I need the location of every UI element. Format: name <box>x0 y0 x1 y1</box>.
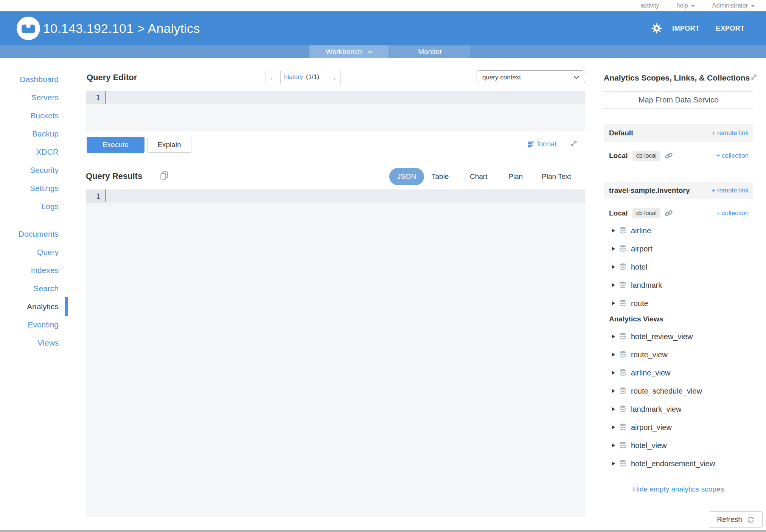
sidebar-item-views[interactable]: Views <box>0 334 59 352</box>
add-remote-link[interactable]: + remote link <box>712 187 749 194</box>
query-results-area: 1 <box>86 189 585 517</box>
format-button[interactable]: format <box>528 140 556 148</box>
query-editor-area[interactable]: 1 <box>86 91 585 131</box>
tab-monitor[interactable]: Monitor <box>390 45 470 58</box>
query-context-value: query context <box>482 74 521 81</box>
local-label: Local <box>609 209 628 217</box>
view-row-route-view[interactable]: route_view <box>604 346 753 364</box>
view-label: landmark_view <box>631 405 681 414</box>
sidebar-item-logs[interactable]: Logs <box>0 197 59 216</box>
sidebar-item-settings[interactable]: Settings <box>0 179 59 197</box>
view-row-hotel-endorsement-view[interactable]: hotel_endorsement_view <box>604 454 753 473</box>
sidebar-item-analytics[interactable]: Analytics <box>0 298 59 316</box>
query-context-select[interactable]: query context <box>477 70 585 84</box>
view-row-airport-view[interactable]: airport_view <box>604 418 753 436</box>
expander-triangle-icon[interactable] <box>612 425 615 429</box>
link-chip[interactable]: cb local <box>632 208 660 218</box>
tab-workbench[interactable]: Workbench <box>309 45 389 58</box>
help-menu[interactable]: help <box>677 2 695 9</box>
view-label: route_schedule_view <box>631 387 702 396</box>
expander-triangle-icon[interactable] <box>612 462 615 465</box>
sidebar-item-servers[interactable]: Servers <box>0 88 59 107</box>
database-icon <box>619 281 626 289</box>
export-button[interactable]: EXPORT <box>716 11 744 45</box>
expander-triangle-icon[interactable] <box>612 407 615 411</box>
view-row-hotel-review-view[interactable]: hotel_review_view <box>604 327 753 346</box>
app-header: 10.143.192.101 > Analytics IMPORT EXPORT <box>0 11 766 45</box>
collection-label: airport <box>631 245 653 253</box>
database-icon <box>619 460 626 467</box>
history-prev-button[interactable]: ← <box>266 70 281 85</box>
sidebar-item-indexes[interactable]: Indexes <box>0 261 59 279</box>
expand-panel-icon[interactable] <box>750 73 758 82</box>
chain-link-icon <box>664 151 673 160</box>
expander-triangle-icon[interactable] <box>612 371 615 375</box>
tab-chart[interactable]: Chart <box>470 168 487 185</box>
sidebar-item-documents[interactable]: Documents <box>0 225 59 243</box>
sidebar-item-buckets[interactable]: Buckets <box>0 107 59 125</box>
view-label: hotel_endorsement_view <box>631 459 715 468</box>
collection-row-airport[interactable]: airport <box>604 240 753 258</box>
view-label: hotel_review_view <box>631 332 693 341</box>
hide-empty-scopes-link[interactable]: Hide empty analytics scopes <box>604 485 753 493</box>
database-icon <box>619 227 626 234</box>
expander-triangle-icon[interactable] <box>612 335 615 338</box>
sidebar-item-eventing[interactable]: Eventing <box>0 316 59 334</box>
expander-triangle-icon[interactable] <box>612 247 615 251</box>
sidebar-item-security[interactable]: Security <box>0 161 59 179</box>
view-label: airline_view <box>631 369 671 377</box>
collection-row-landmark[interactable]: landmark <box>604 276 753 294</box>
add-remote-link[interactable]: + remote link <box>712 129 749 137</box>
sidebar-item-query[interactable]: Query <box>0 243 59 261</box>
analytics-views-header: Analytics Views <box>609 315 663 323</box>
workbench-label: Workbench <box>326 45 362 58</box>
sidebar: Dashboard Servers Buckets Backup XDCR Se… <box>0 70 59 352</box>
gear-icon[interactable] <box>651 23 662 35</box>
expand-editor-icon[interactable] <box>570 140 578 149</box>
view-row-route-schedule-view[interactable]: route_schedule_view <box>604 382 753 400</box>
expander-triangle-icon[interactable] <box>612 444 615 447</box>
map-from-data-service-button[interactable]: Map From Data Service <box>604 91 753 109</box>
sidebar-item-xdcr[interactable]: XDCR <box>0 143 59 161</box>
expander-triangle-icon[interactable] <box>612 229 615 233</box>
chevron-down-icon <box>573 76 580 79</box>
activity-link[interactable]: activity <box>641 2 659 9</box>
history-link[interactable]: history <box>284 73 303 81</box>
format-label: format <box>537 140 556 148</box>
expander-triangle-icon[interactable] <box>612 301 615 305</box>
sidebar-item-backup[interactable]: Backup <box>0 125 59 143</box>
expander-triangle-icon[interactable] <box>612 265 615 269</box>
explain-button[interactable]: Explain <box>147 137 191 153</box>
administrator-menu[interactable]: Administrator <box>712 2 755 9</box>
collection-row-route[interactable]: route <box>604 294 753 312</box>
query-results-active-line: 1 <box>86 189 585 203</box>
sidebar-item-dashboard[interactable]: Dashboard <box>0 70 59 88</box>
copy-results-icon[interactable] <box>159 170 169 182</box>
view-row-landmark-view[interactable]: landmark_view <box>604 400 753 418</box>
collection-row-hotel[interactable]: hotel <box>604 258 753 276</box>
database-icon <box>619 369 626 377</box>
add-collection-link[interactable]: + collection <box>716 152 749 160</box>
local-row-default: Local cb local + collection <box>604 148 753 163</box>
tab-table[interactable]: Table <box>432 168 449 185</box>
caret-down-icon <box>751 5 755 7</box>
page-title: 10.143.192.101 > Analytics <box>43 11 200 45</box>
collection-row-airline[interactable]: airline <box>604 222 753 240</box>
sidebar-item-search[interactable]: Search <box>0 279 59 298</box>
query-results-line-number: 1 <box>86 189 105 203</box>
import-button[interactable]: IMPORT <box>672 11 699 45</box>
expander-triangle-icon[interactable] <box>612 353 615 357</box>
add-collection-link[interactable]: + collection <box>716 209 749 217</box>
tab-plan[interactable]: Plan <box>508 168 523 185</box>
view-row-airline-view[interactable]: airline_view <box>604 364 753 382</box>
expander-triangle-icon[interactable] <box>612 389 615 393</box>
tab-json[interactable]: JSON <box>389 168 424 185</box>
execute-button[interactable]: Execute <box>87 137 144 153</box>
link-chip[interactable]: cb local <box>632 151 660 161</box>
refresh-button[interactable]: Refresh <box>709 511 763 528</box>
view-row-hotel-view[interactable]: hotel_view <box>604 436 753 454</box>
tab-plan-text[interactable]: Plan Text <box>542 168 571 185</box>
collections-tree: airline airport hotel landmark route <box>604 222 753 312</box>
history-next-button[interactable]: → <box>326 70 341 85</box>
expander-triangle-icon[interactable] <box>612 283 615 287</box>
